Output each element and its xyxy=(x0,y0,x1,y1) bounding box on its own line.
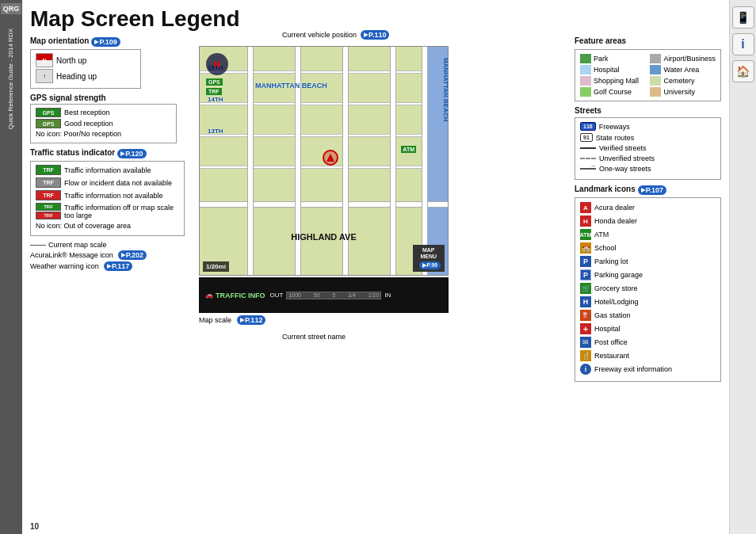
feature-hospital-label: Hospital xyxy=(594,66,620,74)
acuralink-item: AcuraLink® Message icon P.202 xyxy=(30,250,193,260)
street-freeway: 116 Freeways xyxy=(580,122,716,131)
traffic-info-label: 🚗 TRAFFIC INFO xyxy=(205,292,265,299)
vehicle-arrow xyxy=(326,154,334,162)
unverified-label: Unverified streets xyxy=(599,154,655,162)
traffic-out-in: OUT 10005051/41/20 IN xyxy=(270,292,391,299)
map-avenue-v5 xyxy=(422,47,428,275)
sidebar-icon-info[interactable]: i xyxy=(732,33,754,55)
gps-best-label: Best reception xyxy=(64,109,110,116)
feature-university: University xyxy=(650,87,716,97)
gps-label: GPS signal strength xyxy=(30,93,193,102)
map-menu-link[interactable]: P.99 xyxy=(419,261,441,269)
current-map-scale-label: Current map scale xyxy=(48,241,107,249)
feature-cemetery-color xyxy=(650,76,661,86)
gps-section: GPS signal strength GPS Best reception G… xyxy=(30,93,193,143)
qrg-button[interactable]: QRG xyxy=(1,3,22,14)
map-compass: N xyxy=(206,53,228,75)
lm-parking-lot-icon: P xyxy=(580,256,591,267)
gps-good-icon: GPS xyxy=(36,119,61,128)
landmark-box: A Acura dealer H Honda dealer ATM ATM 🏫 … xyxy=(575,197,721,382)
sidebar-icon-phone[interactable]: 📱 xyxy=(732,6,754,29)
lm-acura: A Acura dealer xyxy=(580,202,716,213)
lm-post: ✉ Post office xyxy=(580,337,716,348)
traffic-link[interactable]: P.120 xyxy=(117,149,146,158)
traffic-numbers: 10005051/41/20 xyxy=(288,292,379,298)
feature-cemetery: Cemetery xyxy=(650,76,716,86)
sidebar-vertical-text: Quick Reference Guide - 2014 RDX xyxy=(7,29,15,129)
feature-mall: Shopping Mall xyxy=(580,76,643,86)
state-label: State routes xyxy=(596,134,635,142)
left-panel: Map orientation P.109 N North up ↑ Headi… xyxy=(30,36,193,382)
map-image: 15TH 14TH 13TH MANHATTAN BEACH MANHATTAN… xyxy=(199,46,449,276)
weather-item: Weather warning icon P.117 xyxy=(30,261,193,271)
gps-box: GPS Best reception GPS Good reception No… xyxy=(30,104,177,143)
lm-grocery: 🛒 Grocery store xyxy=(580,283,716,294)
feature-university-color xyxy=(650,87,661,97)
state-badge: 91 xyxy=(580,133,593,142)
landmark-link[interactable]: P.107 xyxy=(638,185,666,195)
gps-best-icon: GPS xyxy=(36,108,61,117)
page-title: Map Screen Legend xyxy=(30,6,721,32)
map-scale-text: Map scale xyxy=(199,316,231,324)
trf-icon-2: TRF xyxy=(36,177,61,188)
page-number: 10 xyxy=(30,522,39,531)
map-orientation-header: Map orientation P.109 xyxy=(30,36,193,47)
map-orientation-link[interactable]: P.109 xyxy=(91,37,120,47)
north-up-item: N North up xyxy=(36,53,136,67)
north-up-label: North up xyxy=(56,56,86,65)
street-verified: Verified streets xyxy=(580,144,716,152)
lm-hotel-label: Hotel/Lodging xyxy=(594,298,639,306)
traffic-scale: 10005051/41/20 xyxy=(286,292,381,299)
lm-grocery-label: Grocery store xyxy=(594,284,638,292)
traffic-item-1: TRF Traffic information available xyxy=(36,165,179,175)
landmark-header: Landmark icons P.107 xyxy=(575,185,721,195)
lm-restaurant-label: Restaurant xyxy=(594,352,629,360)
map-scale-bar: 1/20mi xyxy=(203,261,229,272)
feature-golf-color xyxy=(580,87,591,97)
lm-gas: ⛽ Gas station xyxy=(580,310,716,321)
lm-freeway-exit-icon: i xyxy=(580,364,591,375)
acuralink-link[interactable]: P.202 xyxy=(118,250,147,260)
lm-parking-garage: P Parking garage xyxy=(580,269,716,280)
map-avenue-v4 xyxy=(390,47,396,275)
trf-label-4: Traffic information off or map scale too… xyxy=(64,204,179,219)
traffic-item-3: TRF Traffic information not available xyxy=(36,190,179,200)
street-label-13th: 13TH xyxy=(208,128,223,135)
feature-areas-box: Park Airport/Business Hospital Water Are… xyxy=(575,49,721,101)
trf-label-1: Traffic information available xyxy=(64,166,151,174)
feature-water-color xyxy=(650,65,661,74)
lm-hotel-icon: H xyxy=(580,296,591,307)
feature-park: Park xyxy=(580,54,643,63)
gps-best: GPS Best reception xyxy=(36,108,171,117)
street-state: 91 State routes xyxy=(580,133,716,142)
map-gps-indicator: GPS xyxy=(206,78,223,86)
traffic-label: Traffic status indicator xyxy=(30,148,115,157)
feature-park-color xyxy=(580,54,591,63)
map-menu-button[interactable]: MAPMENU P.99 xyxy=(413,245,445,272)
landmark-label: Landmark icons xyxy=(575,185,636,193)
vehicle-circle xyxy=(323,150,338,166)
feature-areas-header: Feature areas xyxy=(575,36,721,47)
lm-restaurant: 🍴 Restaurant xyxy=(580,350,716,361)
trf-label-5: No icon: Out of coverage area xyxy=(36,222,131,230)
gps-no-icon: No icon: Poor/No reception xyxy=(36,130,171,138)
map-scale-link[interactable]: P.112 xyxy=(237,315,265,325)
sidebar-icon-home[interactable]: 🏠 xyxy=(732,60,754,82)
lm-hospital: + Hospital xyxy=(580,323,716,334)
oneway-line: → xyxy=(580,168,596,170)
lm-gas-label: Gas station xyxy=(594,311,631,319)
lm-parking-lot: P Parking lot xyxy=(580,256,716,267)
content-body: Map orientation P.109 N North up ↑ Headi… xyxy=(30,36,721,382)
lm-freeway-exit: i Freeway exit information xyxy=(580,364,716,375)
streets-label: Streets xyxy=(575,106,601,115)
lm-honda: H Honda dealer xyxy=(580,216,716,227)
vehicle-marker xyxy=(323,150,338,166)
map-background: 15TH 14TH 13TH MANHATTAN BEACH MANHATTAN… xyxy=(200,47,448,275)
traffic-item-2: TRF Flow or incident data not available xyxy=(36,177,179,188)
vehicle-callout-link[interactable]: P.110 xyxy=(361,30,389,40)
vehicle-callout: Current vehicle position P.110 xyxy=(282,30,389,40)
north-up-icon: N xyxy=(36,53,53,67)
street-unverified: Unverified streets xyxy=(580,154,716,162)
lm-atm-icon: ATM xyxy=(580,229,591,240)
weather-link[interactable]: P.117 xyxy=(104,261,132,271)
